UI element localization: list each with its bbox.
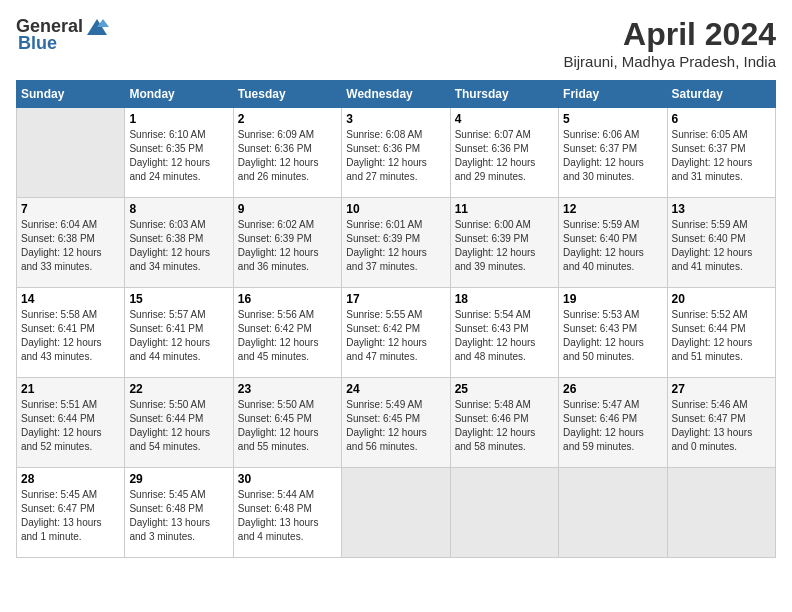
calendar-cell: 12Sunrise: 5:59 AM Sunset: 6:40 PM Dayli…: [559, 198, 667, 288]
calendar-cell: 27Sunrise: 5:46 AM Sunset: 6:47 PM Dayli…: [667, 378, 775, 468]
calendar-cell: 4Sunrise: 6:07 AM Sunset: 6:36 PM Daylig…: [450, 108, 558, 198]
calendar-cell: 5Sunrise: 6:06 AM Sunset: 6:37 PM Daylig…: [559, 108, 667, 198]
day-of-week-header: Tuesday: [233, 81, 341, 108]
calendar-cell: [450, 468, 558, 558]
day-of-week-header: Saturday: [667, 81, 775, 108]
day-number: 11: [455, 202, 554, 216]
calendar-cell: 7Sunrise: 6:04 AM Sunset: 6:38 PM Daylig…: [17, 198, 125, 288]
day-number: 14: [21, 292, 120, 306]
calendar-cell: 1Sunrise: 6:10 AM Sunset: 6:35 PM Daylig…: [125, 108, 233, 198]
day-number: 4: [455, 112, 554, 126]
day-info: Sunrise: 6:04 AM Sunset: 6:38 PM Dayligh…: [21, 218, 120, 274]
day-number: 6: [672, 112, 771, 126]
calendar-week-row: 1Sunrise: 6:10 AM Sunset: 6:35 PM Daylig…: [17, 108, 776, 198]
calendar-header: SundayMondayTuesdayWednesdayThursdayFrid…: [17, 81, 776, 108]
calendar-cell: [342, 468, 450, 558]
day-info: Sunrise: 5:57 AM Sunset: 6:41 PM Dayligh…: [129, 308, 228, 364]
day-info: Sunrise: 5:58 AM Sunset: 6:41 PM Dayligh…: [21, 308, 120, 364]
calendar-cell: 30Sunrise: 5:44 AM Sunset: 6:48 PM Dayli…: [233, 468, 341, 558]
calendar-cell: 6Sunrise: 6:05 AM Sunset: 6:37 PM Daylig…: [667, 108, 775, 198]
calendar-cell: [17, 108, 125, 198]
logo-text-blue: Blue: [18, 33, 57, 54]
logo-icon: [85, 17, 109, 37]
day-number: 13: [672, 202, 771, 216]
day-info: Sunrise: 6:10 AM Sunset: 6:35 PM Dayligh…: [129, 128, 228, 184]
day-info: Sunrise: 6:02 AM Sunset: 6:39 PM Dayligh…: [238, 218, 337, 274]
calendar-cell: 19Sunrise: 5:53 AM Sunset: 6:43 PM Dayli…: [559, 288, 667, 378]
day-info: Sunrise: 5:55 AM Sunset: 6:42 PM Dayligh…: [346, 308, 445, 364]
calendar-cell: [667, 468, 775, 558]
day-info: Sunrise: 5:45 AM Sunset: 6:47 PM Dayligh…: [21, 488, 120, 544]
day-number: 24: [346, 382, 445, 396]
day-of-week-header: Monday: [125, 81, 233, 108]
calendar-cell: 15Sunrise: 5:57 AM Sunset: 6:41 PM Dayli…: [125, 288, 233, 378]
calendar-cell: 17Sunrise: 5:55 AM Sunset: 6:42 PM Dayli…: [342, 288, 450, 378]
day-info: Sunrise: 5:59 AM Sunset: 6:40 PM Dayligh…: [672, 218, 771, 274]
calendar-cell: 11Sunrise: 6:00 AM Sunset: 6:39 PM Dayli…: [450, 198, 558, 288]
day-number: 20: [672, 292, 771, 306]
day-number: 7: [21, 202, 120, 216]
day-number: 8: [129, 202, 228, 216]
calendar-cell: [559, 468, 667, 558]
day-number: 17: [346, 292, 445, 306]
day-number: 21: [21, 382, 120, 396]
calendar-week-row: 28Sunrise: 5:45 AM Sunset: 6:47 PM Dayli…: [17, 468, 776, 558]
day-info: Sunrise: 5:50 AM Sunset: 6:45 PM Dayligh…: [238, 398, 337, 454]
day-number: 9: [238, 202, 337, 216]
day-info: Sunrise: 6:06 AM Sunset: 6:37 PM Dayligh…: [563, 128, 662, 184]
day-info: Sunrise: 5:50 AM Sunset: 6:44 PM Dayligh…: [129, 398, 228, 454]
day-number: 28: [21, 472, 120, 486]
day-info: Sunrise: 6:09 AM Sunset: 6:36 PM Dayligh…: [238, 128, 337, 184]
calendar-cell: 16Sunrise: 5:56 AM Sunset: 6:42 PM Dayli…: [233, 288, 341, 378]
day-number: 5: [563, 112, 662, 126]
calendar-cell: 28Sunrise: 5:45 AM Sunset: 6:47 PM Dayli…: [17, 468, 125, 558]
calendar-cell: 8Sunrise: 6:03 AM Sunset: 6:38 PM Daylig…: [125, 198, 233, 288]
day-number: 19: [563, 292, 662, 306]
day-number: 12: [563, 202, 662, 216]
title-area: April 2024 Bijrauni, Madhya Pradesh, Ind…: [563, 16, 776, 70]
day-info: Sunrise: 5:47 AM Sunset: 6:46 PM Dayligh…: [563, 398, 662, 454]
calendar-cell: 3Sunrise: 6:08 AM Sunset: 6:36 PM Daylig…: [342, 108, 450, 198]
day-info: Sunrise: 5:56 AM Sunset: 6:42 PM Dayligh…: [238, 308, 337, 364]
calendar-week-row: 14Sunrise: 5:58 AM Sunset: 6:41 PM Dayli…: [17, 288, 776, 378]
logo: General Blue: [16, 16, 109, 54]
calendar-cell: 25Sunrise: 5:48 AM Sunset: 6:46 PM Dayli…: [450, 378, 558, 468]
day-of-week-header: Sunday: [17, 81, 125, 108]
day-info: Sunrise: 6:00 AM Sunset: 6:39 PM Dayligh…: [455, 218, 554, 274]
days-of-week-row: SundayMondayTuesdayWednesdayThursdayFrid…: [17, 81, 776, 108]
day-number: 26: [563, 382, 662, 396]
day-number: 25: [455, 382, 554, 396]
calendar-cell: 21Sunrise: 5:51 AM Sunset: 6:44 PM Dayli…: [17, 378, 125, 468]
calendar-week-row: 21Sunrise: 5:51 AM Sunset: 6:44 PM Dayli…: [17, 378, 776, 468]
day-info: Sunrise: 6:01 AM Sunset: 6:39 PM Dayligh…: [346, 218, 445, 274]
day-info: Sunrise: 5:52 AM Sunset: 6:44 PM Dayligh…: [672, 308, 771, 364]
day-info: Sunrise: 5:46 AM Sunset: 6:47 PM Dayligh…: [672, 398, 771, 454]
day-info: Sunrise: 5:45 AM Sunset: 6:48 PM Dayligh…: [129, 488, 228, 544]
calendar-cell: 10Sunrise: 6:01 AM Sunset: 6:39 PM Dayli…: [342, 198, 450, 288]
day-info: Sunrise: 5:54 AM Sunset: 6:43 PM Dayligh…: [455, 308, 554, 364]
day-of-week-header: Wednesday: [342, 81, 450, 108]
calendar-cell: 14Sunrise: 5:58 AM Sunset: 6:41 PM Dayli…: [17, 288, 125, 378]
calendar-cell: 29Sunrise: 5:45 AM Sunset: 6:48 PM Dayli…: [125, 468, 233, 558]
day-number: 29: [129, 472, 228, 486]
day-number: 15: [129, 292, 228, 306]
location-title: Bijrauni, Madhya Pradesh, India: [563, 53, 776, 70]
page-header: General Blue April 2024 Bijrauni, Madhya…: [16, 16, 776, 70]
calendar-cell: 22Sunrise: 5:50 AM Sunset: 6:44 PM Dayli…: [125, 378, 233, 468]
calendar-cell: 18Sunrise: 5:54 AM Sunset: 6:43 PM Dayli…: [450, 288, 558, 378]
day-info: Sunrise: 6:08 AM Sunset: 6:36 PM Dayligh…: [346, 128, 445, 184]
day-number: 16: [238, 292, 337, 306]
day-info: Sunrise: 5:59 AM Sunset: 6:40 PM Dayligh…: [563, 218, 662, 274]
day-number: 23: [238, 382, 337, 396]
day-number: 10: [346, 202, 445, 216]
day-number: 2: [238, 112, 337, 126]
day-info: Sunrise: 5:44 AM Sunset: 6:48 PM Dayligh…: [238, 488, 337, 544]
calendar-cell: 20Sunrise: 5:52 AM Sunset: 6:44 PM Dayli…: [667, 288, 775, 378]
calendar-cell: 13Sunrise: 5:59 AM Sunset: 6:40 PM Dayli…: [667, 198, 775, 288]
calendar-table: SundayMondayTuesdayWednesdayThursdayFrid…: [16, 80, 776, 558]
day-number: 1: [129, 112, 228, 126]
day-info: Sunrise: 6:03 AM Sunset: 6:38 PM Dayligh…: [129, 218, 228, 274]
day-info: Sunrise: 5:53 AM Sunset: 6:43 PM Dayligh…: [563, 308, 662, 364]
day-info: Sunrise: 6:07 AM Sunset: 6:36 PM Dayligh…: [455, 128, 554, 184]
calendar-cell: 2Sunrise: 6:09 AM Sunset: 6:36 PM Daylig…: [233, 108, 341, 198]
